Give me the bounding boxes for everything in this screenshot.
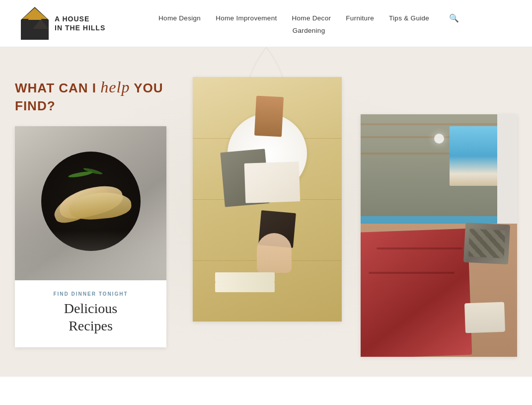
card-recipes-image xyxy=(15,126,166,280)
nav-furniture[interactable]: Furniture xyxy=(346,14,374,22)
site-logo-icon xyxy=(20,6,50,41)
card-recipes-tag: FIND DINNER TONIGHT xyxy=(25,291,156,297)
search-icon[interactable]: 🔍 xyxy=(444,13,459,23)
nav-home-decor[interactable]: Home Decor xyxy=(292,14,331,22)
card-recipes-body: FIND DINNER TONIGHT Delicious Recipes xyxy=(15,280,166,347)
nav-home-design[interactable]: Home Design xyxy=(158,14,201,22)
card-recipes-title: Delicious Recipes xyxy=(25,300,156,334)
svg-rect-5 xyxy=(26,31,44,40)
card-home-project[interactable]: PLAN YOUR NEXT Home Project xyxy=(193,77,342,322)
hero-middle-column: PLAN YOUR NEXT Home Project xyxy=(184,77,351,322)
card-recipes[interactable]: FIND DINNER TONIGHT Delicious Recipes xyxy=(15,126,166,347)
card-decor-image xyxy=(361,114,517,306)
site-name: A HOUSE IN THE HILLS xyxy=(55,14,105,32)
nav-home-improvement[interactable]: Home Improvement xyxy=(216,14,277,22)
hero-left-column: WHAT CAN I help YOUFIND? FIN xyxy=(15,77,174,347)
card-home-decor[interactable]: DISCOVER YOUR NEXT Home Decor xyxy=(361,114,517,357)
nav-gardening[interactable]: Gardening xyxy=(293,27,325,34)
hero-headline: WHAT CAN I help YOUFIND? xyxy=(15,77,174,114)
main-nav: Home Design Home Improvement Home Decor … xyxy=(105,4,512,42)
site-header: A HOUSE IN THE HILLS Home Design Home Im… xyxy=(0,0,532,47)
nav-tips-guide[interactable]: Tips & Guide xyxy=(389,14,429,22)
card-project-image xyxy=(193,77,342,276)
hero-section: WHAT CAN I help YOUFIND? FIN xyxy=(0,47,532,377)
logo-area[interactable]: A HOUSE IN THE HILLS xyxy=(20,0,105,47)
hero-right-column: DISCOVER YOUR NEXT Home Decor xyxy=(361,77,517,357)
